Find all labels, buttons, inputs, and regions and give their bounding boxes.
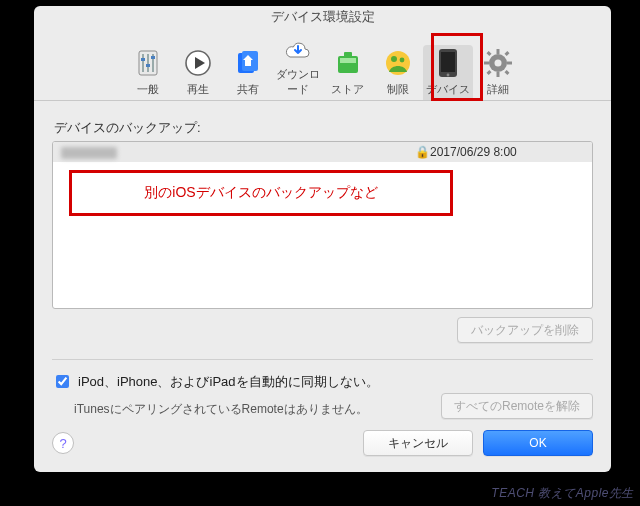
tab-label: 詳細	[473, 82, 523, 97]
store-icon	[323, 45, 373, 81]
svg-rect-29	[504, 70, 509, 75]
tab-general[interactable]: 一般	[123, 45, 173, 100]
tab-label: ダウンロード	[273, 67, 323, 97]
lock-icon: 🔒	[414, 142, 430, 162]
svg-rect-26	[486, 51, 491, 56]
remote-pairing-text: iTunesにペアリングされているRemoteはありません。	[74, 401, 441, 418]
svg-rect-18	[441, 52, 455, 72]
svg-rect-24	[484, 62, 489, 65]
svg-rect-4	[141, 58, 145, 61]
backup-date: 2017/06/29 8:00	[430, 142, 584, 162]
backup-device-name	[61, 142, 414, 162]
svg-rect-2	[147, 54, 149, 72]
window-title: デバイス環境設定	[34, 6, 611, 28]
slider-icon	[123, 45, 173, 81]
tab-store[interactable]: ストア	[323, 45, 373, 100]
device-icon	[423, 45, 473, 81]
tab-downloads[interactable]: ダウンロード	[273, 30, 323, 100]
annotation-other-backups: 別のiOSデバイスのバックアップなど	[69, 170, 453, 216]
tab-label: 共有	[223, 82, 273, 97]
backups-list[interactable]: 🔒 2017/06/29 8:00 別のiOSデバイスのバックアップなど	[52, 141, 593, 309]
watermark: TEACH 教えてApple先生	[491, 485, 634, 502]
parental-icon	[373, 45, 423, 81]
tab-label: 再生	[173, 82, 223, 97]
tab-label: デバイス	[423, 82, 473, 97]
tab-label: 一般	[123, 82, 173, 97]
svg-point-19	[446, 74, 449, 77]
delete-backup-button[interactable]: バックアップを削除	[457, 317, 593, 343]
backups-label: デバイスのバックアップ:	[54, 119, 593, 137]
svg-point-16	[399, 58, 404, 63]
svg-rect-12	[340, 58, 356, 63]
cancel-button[interactable]: キャンセル	[363, 430, 473, 456]
gear-icon	[473, 45, 523, 81]
svg-rect-1	[142, 54, 144, 72]
content-area: デバイスのバックアップ: 🔒 2017/06/29 8:00 別のiOSデバイス…	[34, 101, 611, 419]
svg-rect-6	[151, 56, 155, 59]
prevent-sync-checkbox[interactable]	[56, 375, 69, 388]
download-cloud-icon	[273, 30, 323, 66]
annotation-text: 別のiOSデバイスのバックアップなど	[144, 184, 377, 202]
tab-sharing[interactable]: 共有	[223, 45, 273, 100]
svg-rect-23	[496, 72, 499, 77]
svg-point-21	[494, 60, 501, 67]
tab-devices[interactable]: デバイス	[423, 45, 473, 100]
tab-label: ストア	[323, 82, 373, 97]
tab-restrictions[interactable]: 制限	[373, 45, 423, 100]
tab-label: 制限	[373, 82, 423, 97]
backup-row[interactable]: 🔒 2017/06/29 8:00	[53, 142, 592, 162]
help-button[interactable]: ?	[52, 432, 74, 454]
ok-button[interactable]: OK	[483, 430, 593, 456]
prevent-sync-label: iPod、iPhone、およびiPadを自動的に同期しない。	[78, 373, 379, 391]
play-icon	[173, 45, 223, 81]
toolbar: 一般 再生 共有 ダウンロード	[34, 28, 611, 101]
prevent-sync-option[interactable]: iPod、iPhone、およびiPadを自動的に同期しない。	[52, 372, 593, 391]
svg-rect-22	[496, 49, 499, 54]
svg-rect-5	[146, 64, 150, 67]
tab-advanced[interactable]: 詳細	[473, 45, 523, 100]
tab-playback[interactable]: 再生	[173, 45, 223, 100]
footer: ? キャンセル OK	[34, 416, 611, 472]
svg-rect-13	[344, 52, 352, 57]
svg-rect-27	[504, 51, 509, 56]
preferences-window: デバイス環境設定 一般 再生 共有	[34, 6, 611, 472]
svg-rect-25	[507, 62, 512, 65]
sharing-icon	[223, 45, 273, 81]
svg-point-15	[391, 56, 397, 62]
separator	[52, 359, 593, 360]
svg-rect-28	[486, 70, 491, 75]
